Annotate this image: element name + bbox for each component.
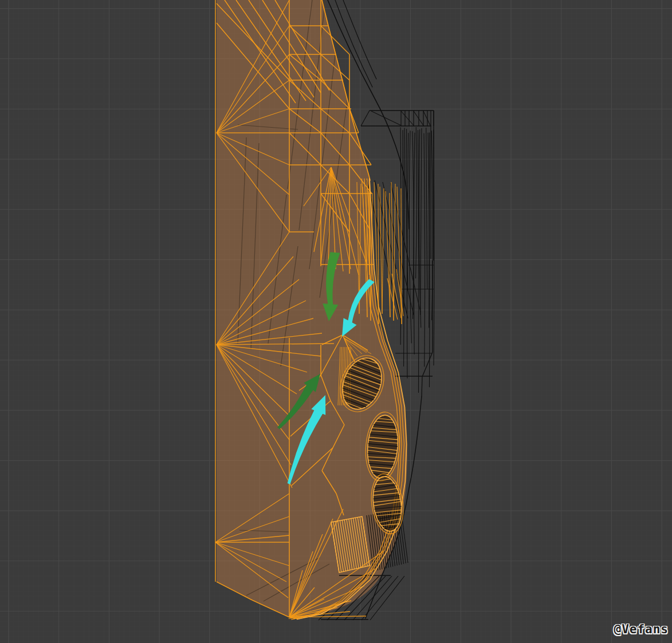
viewport-canvas <box>0 0 672 643</box>
3d-viewport[interactable]: @Vefans <box>0 0 672 643</box>
watermark: @Vefans <box>614 622 669 636</box>
